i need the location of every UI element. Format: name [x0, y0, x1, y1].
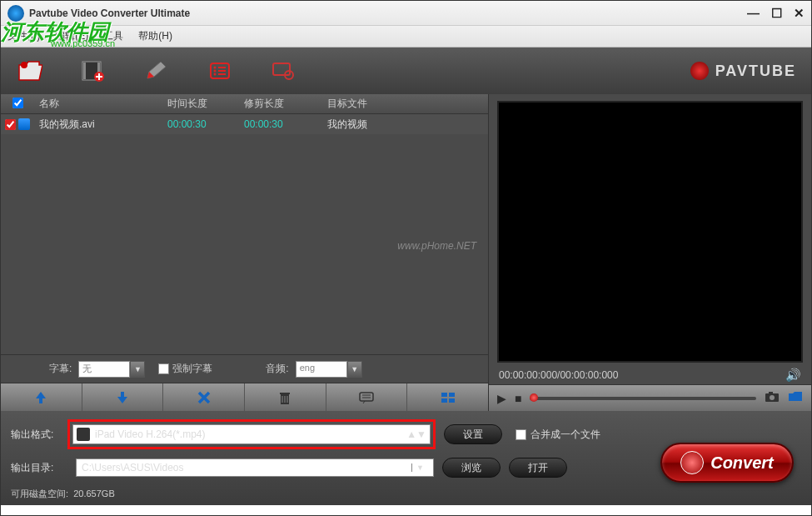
format-dropdown-icon: ▲▼ — [406, 428, 426, 440]
delete-button[interactable] — [245, 383, 326, 411]
svg-rect-19 — [360, 393, 373, 401]
subtitle-dropdown-button[interactable]: ▼ — [130, 361, 145, 378]
col-name: 名称 — [34, 97, 167, 111]
svg-rect-22 — [441, 393, 447, 397]
stop-button[interactable]: ■ — [515, 392, 521, 405]
cell-trim: 00:00:30 — [244, 118, 327, 130]
audio-label: 音频: — [266, 362, 288, 376]
move-up-button[interactable] — [1, 383, 82, 411]
col-trim: 修剪长度 — [244, 97, 327, 111]
select-all-checkbox[interactable] — [12, 98, 23, 108]
app-title: Pavtube Video Converter Ultimate — [29, 8, 190, 19]
time-display: 00:00:00:000/00:00:00:000 — [499, 369, 618, 381]
col-target: 目标文件 — [327, 97, 488, 111]
svg-rect-12 — [273, 63, 290, 75]
move-down-button[interactable] — [82, 383, 164, 411]
play-button[interactable]: ▶ — [497, 392, 506, 405]
subtitle-row: 字幕: 无 ▼ 强制字幕 音频: eng ▼ — [1, 354, 488, 383]
svg-rect-28 — [769, 392, 773, 394]
close-button[interactable]: ✕ — [794, 6, 805, 21]
cell-name: 我的视频.avi — [34, 118, 167, 132]
format-label: 输出格式: — [11, 428, 59, 442]
svg-rect-15 — [280, 393, 290, 394]
watermark-center: www.pHome.NET — [397, 240, 476, 252]
add-video-button[interactable] — [79, 57, 107, 85]
output-dropdown-icon: ▼ — [411, 463, 428, 472]
audio-select[interactable]: eng — [296, 361, 347, 378]
convert-icon — [680, 451, 704, 474]
convert-button[interactable]: Convert — [660, 443, 794, 483]
menu-tools[interactable]: 工具 — [103, 29, 123, 43]
menu-help[interactable]: 帮助(H) — [138, 29, 172, 43]
svg-point-8 — [214, 73, 217, 76]
force-subtitle-checkbox[interactable] — [158, 363, 169, 374]
svg-rect-2 — [83, 63, 86, 79]
subtitle-label: 字幕: — [49, 362, 72, 376]
edit-button[interactable] — [142, 57, 171, 85]
snapshot-button[interactable] — [765, 391, 780, 405]
minimize-button[interactable]: — — [747, 6, 760, 21]
progress-slider[interactable] — [530, 397, 756, 400]
action-bar — [1, 383, 488, 411]
menu-file[interactable]: 文件(F) — [7, 29, 40, 43]
list-button[interactable] — [206, 57, 234, 85]
output-path: C:\Users\ASUS\Videos — [82, 462, 184, 473]
format-select[interactable]: iPad Video H.264(*.mp4) ▲▼ — [72, 424, 431, 444]
player-bar: ▶ ■ — [489, 384, 811, 411]
cell-target: 我的视频 — [327, 118, 488, 132]
table-header: 名称 时间长度 修剪长度 目标文件 — [1, 94, 488, 114]
svg-rect-23 — [449, 393, 455, 397]
volume-icon[interactable]: 🔊 — [785, 368, 801, 383]
row-checkbox[interactable] — [5, 119, 16, 130]
preview-area — [497, 101, 803, 363]
open-button[interactable]: 打开 — [509, 458, 567, 478]
brand: PAVTUBE — [690, 62, 796, 80]
settings-button[interactable]: 设置 — [444, 424, 502, 444]
maximize-button[interactable]: ☐ — [771, 6, 782, 21]
folder-button[interactable] — [788, 391, 803, 405]
menubar: 河东软件园 www.pc0359.cn 文件(F) 编辑(E) 工具 帮助(H) — [1, 26, 811, 48]
output-path-input[interactable]: C:\Users\ASUS\Videos ▼ — [76, 458, 434, 477]
remove-button[interactable] — [163, 383, 245, 411]
screen-button[interactable] — [269, 57, 297, 85]
svg-point-27 — [770, 395, 775, 400]
disk-space: 可用磁盘空间: 20.657GB — [11, 486, 801, 500]
menu-edit[interactable]: 编辑(E) — [55, 29, 88, 43]
col-duration: 时间长度 — [167, 97, 244, 111]
table-row[interactable]: 我的视频.avi 00:00:30 00:00:30 我的视频 — [1, 114, 488, 134]
preview-panel: 00:00:00:000/00:00:00:000 🔊 ▶ ■ — [488, 94, 811, 411]
file-list-panel: 名称 时间长度 修剪长度 目标文件 我的视频.avi 00:00:30 00:0… — [1, 94, 488, 411]
video-file-icon — [18, 118, 30, 130]
brand-name: PAVTUBE — [715, 63, 796, 80]
force-subtitle-label: 强制字幕 — [172, 362, 212, 376]
audio-dropdown-button[interactable]: ▼ — [347, 361, 362, 378]
svg-point-0 — [21, 62, 27, 68]
format-value: iPad Video H.264(*.mp4) — [95, 428, 406, 440]
svg-point-6 — [214, 67, 217, 69]
open-folder-button[interactable] — [16, 57, 44, 85]
svg-rect-25 — [449, 398, 455, 403]
grid-button[interactable] — [407, 383, 488, 411]
info-button[interactable] — [326, 383, 408, 411]
subtitle-select[interactable]: 无 — [78, 361, 130, 378]
app-icon — [7, 5, 24, 22]
svg-point-7 — [214, 70, 217, 73]
bottom-panel: 输出格式: iPad Video H.264(*.mp4) ▲▼ 设置 合并成一… — [1, 411, 811, 505]
table-body: www.pHome.NET — [1, 134, 488, 354]
toolbar: PAVTUBE — [1, 48, 811, 94]
brand-icon — [690, 62, 709, 80]
browse-button[interactable]: 浏览 — [442, 458, 501, 478]
cell-duration: 00:00:30 — [167, 118, 244, 130]
svg-rect-24 — [441, 398, 447, 403]
merge-checkbox[interactable] — [516, 429, 526, 440]
convert-label: Convert — [710, 453, 774, 473]
output-label: 输出目录: — [11, 461, 59, 475]
format-icon — [77, 428, 90, 441]
merge-label: 合并成一个文件 — [531, 428, 600, 442]
titlebar: Pavtube Video Converter Ultimate — ☐ ✕ — [1, 1, 811, 26]
